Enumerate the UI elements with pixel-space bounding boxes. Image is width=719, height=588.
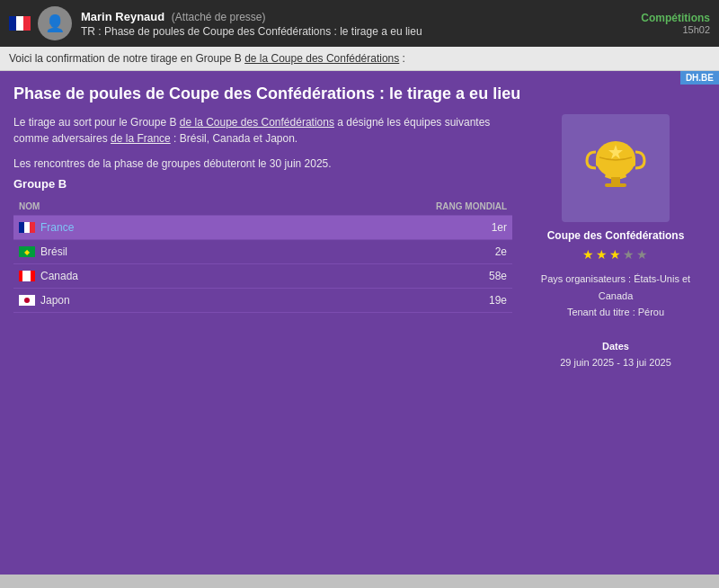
header-bar: 👤 Marin Reynaud (Attaché de presse) TR :… xyxy=(0,0,719,47)
person-name-role: Marin Reynaud (Attaché de presse) xyxy=(81,10,641,23)
person-name: Marin Reynaud xyxy=(81,10,164,23)
competition-logo xyxy=(562,114,670,222)
comp-details: Pays organisateurs : États-Unis et Canad… xyxy=(526,271,706,371)
title-holder: Tenant du titre : Pérou xyxy=(526,304,706,321)
stars-rating: ★★★★★ xyxy=(582,247,650,262)
svg-rect-3 xyxy=(605,183,626,187)
intro-text: Le tirage au sort pour le Groupe B de la… xyxy=(13,114,512,147)
table-row: Canada58e xyxy=(13,264,512,289)
competitions-link[interactable]: Compétitions xyxy=(641,12,710,24)
table-row: Japon19e xyxy=(13,289,512,313)
left-panel: Le tirage au sort pour le Groupe B de la… xyxy=(13,114,512,371)
table-row: France1er xyxy=(13,216,512,240)
content-title: Phase de poules de Coupe des Confédérati… xyxy=(13,85,706,103)
france-flag-icon xyxy=(9,16,31,31)
message-title: TR : Phase de poules de Coupe des Conféd… xyxy=(81,25,641,38)
table-row: Brésil2e xyxy=(13,240,512,264)
sub-header-link[interactable]: de la Coupe des Confédérations xyxy=(244,52,399,65)
col-nom: NOM xyxy=(13,198,244,216)
trophy-icon xyxy=(580,132,652,204)
team-rank: 1er xyxy=(244,216,512,240)
team-name[interactable]: France xyxy=(40,221,74,234)
header-time: 15h02 xyxy=(641,24,710,35)
header-right: Compétitions 15h02 xyxy=(641,12,710,35)
team-rank: 58e xyxy=(244,264,512,289)
fr-flag-icon xyxy=(19,222,35,233)
ca-flag-icon xyxy=(19,271,35,281)
content-body: Le tirage au sort pour le Groupe B de la… xyxy=(13,114,706,371)
team-cell: Japon xyxy=(13,289,244,313)
team-rank: 2e xyxy=(244,240,512,264)
sub-header-text-prefix: Voici la confirmation de notre tirage en… xyxy=(9,52,244,65)
matches-text: Les rencontres de la phase de groupes dé… xyxy=(13,157,512,170)
organizers: Pays organisateurs : États-Unis et Canad… xyxy=(526,271,706,304)
group-label: Groupe B xyxy=(13,177,512,191)
team-name: Japon xyxy=(40,294,70,307)
sub-header: Voici la confirmation de notre tirage en… xyxy=(0,47,719,71)
main-content: DH.BE Phase de poules de Coupe des Confé… xyxy=(0,71,719,575)
team-name: Brésil xyxy=(40,245,67,258)
sub-header-suffix: : xyxy=(399,52,405,65)
team-cell: Brésil xyxy=(13,240,244,264)
right-panel: Coupe des Confédérations ★★★★★ Pays orga… xyxy=(526,114,706,371)
dhbe-badge: DH.BE xyxy=(680,71,719,85)
competition-name: Coupe des Confédérations xyxy=(547,229,685,242)
br-flag-icon xyxy=(19,246,35,257)
person-role: (Attaché de presse) xyxy=(172,11,266,23)
jp-flag-icon xyxy=(19,295,35,306)
header-info: Marin Reynaud (Attaché de presse) TR : P… xyxy=(81,10,641,38)
svg-rect-2 xyxy=(611,177,620,184)
dates-label: Dates xyxy=(526,338,706,355)
team-cell: France xyxy=(13,216,244,240)
col-rang: RANG MONDIAL xyxy=(244,198,512,216)
dates: 29 juin 2025 - 13 jui 2025 xyxy=(526,354,706,371)
team-rank: 19e xyxy=(244,289,512,313)
team-cell: Canada xyxy=(13,264,244,289)
avatar: 👤 xyxy=(38,6,72,40)
group-table: NOM RANG MONDIAL France1erBrésil2eCanada… xyxy=(13,198,512,313)
team-name: Canada xyxy=(40,270,78,282)
